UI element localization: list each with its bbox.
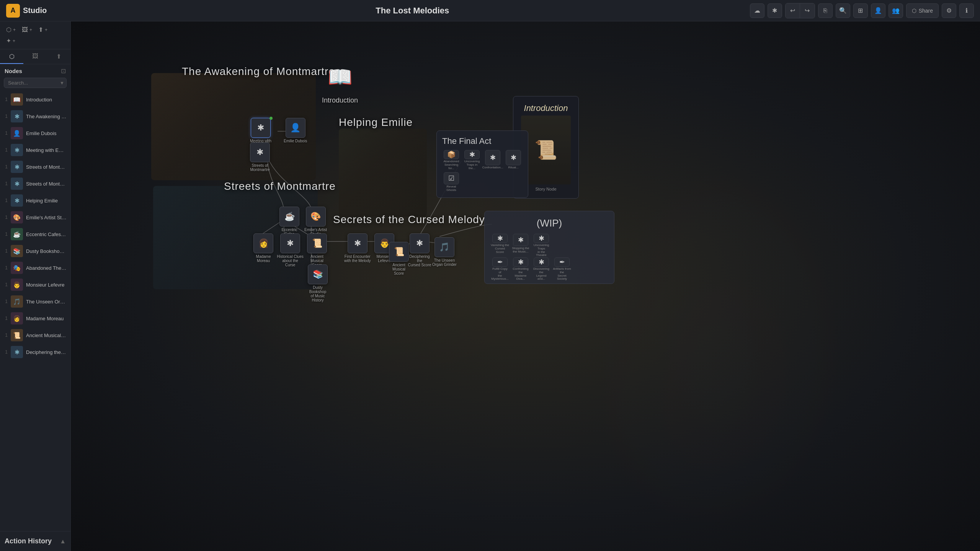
node-thumb-9: 📚: [11, 245, 23, 257]
final-icon-confrontation[interactable]: ✱ Confrontation...: [483, 150, 502, 170]
wip-icon-artifacts[interactable]: ✒ Artifacts from theSecret Society: [553, 258, 571, 277]
action-history-toggle[interactable]: ▲: [60, 538, 66, 545]
tab-media[interactable]: 🖼: [23, 49, 47, 64]
canvas-node-dusty[interactable]: 📚 Dusty Bookshopof Music History: [304, 264, 331, 302]
node-thumb-7: 🎨: [11, 211, 23, 223]
cluster-secrets-title: Secrets of the Cursed Melody: [333, 214, 485, 226]
node-num-10: 1: [4, 265, 8, 271]
canvas-node-artist[interactable]: 🎨 Emilie's ArtistStudio: [304, 207, 327, 236]
settings-button[interactable]: ⚙: [942, 3, 956, 18]
node-label-1: The Awakening of...: [26, 114, 67, 119]
node-num-12: 1: [4, 299, 8, 304]
node-item-8[interactable]: 1 ☕ Eccentric Cafes and...: [0, 226, 70, 243]
node-add-button[interactable]: ✦ +: [5, 36, 17, 45]
canvas-node-first-enc[interactable]: ✱ First Encounterwith the Melody: [344, 233, 371, 263]
node-item-4[interactable]: 1 ✱ Streets of Montmartre: [0, 158, 70, 175]
node-item-6[interactable]: 1 ✱ Helping Emilie: [0, 192, 70, 209]
wip-icon-discovering[interactable]: ✱ Discovering theLegend and...: [532, 258, 550, 277]
grid-view-button[interactable]: ⊞: [853, 3, 868, 18]
node-item-12[interactable]: 1 🎵 The Unseen Organ...: [0, 293, 70, 310]
wip-icon-fulfill[interactable]: ✒ Fulfill Copy ofthe Mysterious...: [491, 258, 509, 277]
node-item-7[interactable]: 1 🎨 Emilie's Artist Studio: [0, 209, 70, 226]
copy-button[interactable]: ⎘: [818, 3, 833, 18]
ritual-icon: ✱: [506, 150, 521, 165]
cloud-sync-button[interactable]: ☁: [750, 3, 764, 18]
first-enc-icon: ✱: [348, 233, 368, 253]
wip-icon-vanishing[interactable]: ✱ Vanishing theCursed Score: [491, 234, 509, 254]
node-item-1[interactable]: 1 ✱ The Awakening of...: [0, 108, 70, 125]
canvas-node-emilie[interactable]: 👤 Emilie Dubois: [284, 118, 307, 143]
organ-label: The UnseenOrgan Grinder: [432, 258, 457, 267]
search-input[interactable]: [4, 78, 67, 88]
node-num-14: 1: [4, 333, 8, 338]
node-num-6: 1: [4, 198, 8, 203]
node-item-14[interactable]: 1 📜 Ancient Musical Score: [0, 327, 70, 344]
node-item-9[interactable]: 1 📚 Dusty Bookshop of...: [0, 243, 70, 259]
node-num-7: 1: [4, 215, 8, 220]
canvas-node-madame[interactable]: 👩 Madame Moreau: [250, 233, 277, 263]
node-item-11[interactable]: 1 👨 Monsieur Lefevre: [0, 276, 70, 293]
intro-large-label: Introduction: [322, 96, 358, 104]
wip-icon-stopping[interactable]: ✱ Stopping thethe Music...: [511, 234, 530, 254]
final-icon-reveal[interactable]: ☑ Reveal Ghosts: [442, 172, 461, 192]
uncovering-icon: ✱: [464, 150, 480, 159]
search-button[interactable]: 🔍: [836, 3, 850, 18]
node-num-3: 1: [4, 147, 8, 153]
redo-button[interactable]: ↪: [800, 3, 815, 18]
canvas-node-historical[interactable]: ✱ Historical Cluesabout the Curse: [277, 233, 304, 267]
node-label-13: Madame Moreau: [26, 316, 67, 321]
users-button[interactable]: 👤: [871, 3, 885, 18]
wip-icon-confronting[interactable]: ✱ Confronting theMadame Diva...: [511, 258, 530, 277]
final-icon-uncovering[interactable]: ✱ UncoveringTraps in the...: [463, 150, 481, 170]
canvas-node-organ[interactable]: 🎵 The UnseenOrgan Grinder: [432, 237, 457, 267]
final-icon-ritual[interactable]: ✱ Ritual...: [504, 150, 523, 170]
node-item-0[interactable]: 1 📖 Introduction: [0, 91, 70, 108]
node-label-4: Streets of Montmartre: [26, 164, 67, 170]
info-button[interactable]: ℹ: [959, 3, 974, 18]
node-item-3[interactable]: 1 ✱ Meeting with Emilie: [0, 142, 70, 158]
cluster-awakening-title: The Awakening of Montmartre: [182, 65, 335, 78]
node-num-0: 1: [4, 97, 8, 102]
node-thumb-1: ✱: [11, 110, 23, 122]
tab-share[interactable]: ⬡: [0, 49, 23, 64]
node-item-15[interactable]: 1 ✱ Deciphering the Curs...: [0, 344, 70, 360]
final-act-title: The Final Act: [442, 136, 523, 146]
sidebar-toolbar: ⬡ + 🖼 + ⬆ + ✦ +: [0, 21, 70, 49]
share-add-button[interactable]: ⬡ +: [5, 25, 17, 34]
fulfill-icon: ✒: [492, 258, 508, 267]
node-thumb-12: 🎵: [11, 295, 23, 308]
intro-large-node[interactable]: 📖 Introduction: [322, 60, 358, 104]
upload-add-button[interactable]: ⬆ +: [37, 25, 49, 34]
share-label: Share: [919, 8, 933, 14]
media-add-button[interactable]: 🖼 +: [20, 26, 34, 34]
final-icon-abandoned[interactable]: 📦 AbandonedSearching for...: [442, 150, 461, 170]
canvas[interactable]: The Awakening of Montmartre Streets of M…: [71, 21, 980, 551]
undo-button[interactable]: ↩: [786, 3, 800, 18]
canvas-node-streets[interactable]: ✱ Streets ofMontmartre: [250, 142, 270, 172]
helping-scene-bg: [339, 129, 427, 217]
node-num-11: 1: [4, 282, 8, 287]
toolbar-row-1: ⬡ + 🖼 + ⬆ +: [5, 25, 66, 34]
canvas-node-score[interactable]: 📜 Ancient MusicalScore: [304, 233, 330, 267]
node-label-8: Eccentric Cafes and...: [26, 231, 67, 237]
node-item-5[interactable]: 1 ✱ Streets of Montmartre: [0, 175, 70, 192]
node-num-2: 1: [4, 130, 8, 136]
cluster-streets-title: Streets of Montmartre: [224, 180, 336, 192]
search-wrap: ▼: [0, 76, 70, 91]
share-button[interactable]: ⬡ Share: [906, 3, 939, 18]
wip-icon-uncovering-theatre[interactable]: ✱ Uncovering Trapsin the Theatre: [532, 234, 550, 254]
topbar: A Studio The Lost Melodies ☁ ✱ ↩ ↪ ⎘ 🔍 ⊞…: [0, 0, 980, 21]
add-user-button[interactable]: 👥: [889, 3, 903, 18]
stopping-icon: ✱: [513, 234, 528, 246]
reveal-icon: ☑: [444, 172, 459, 184]
madame-icon: 👩: [253, 233, 273, 253]
node-num-4: 1: [4, 164, 8, 170]
canvas-node-decipher[interactable]: ✱ Deciphering theCursed Score: [406, 233, 433, 267]
cursor-tool-button[interactable]: ✱: [768, 3, 782, 18]
node-item-10[interactable]: 1 🎭 Abandoned Theatre f...: [0, 259, 70, 276]
node-item-13[interactable]: 1 👩 Madame Moreau: [0, 310, 70, 327]
tab-upload[interactable]: ⬆: [47, 49, 70, 64]
sidebar: ⬡ + 🖼 + ⬆ + ✦ + ⬡ 🖼 ⬆ Nodes ⊡ ▼ 1 📖 In: [0, 21, 71, 551]
node-item-2[interactable]: 1 👤 Emilie Dubois: [0, 125, 70, 142]
nodes-options-icon[interactable]: ⊡: [61, 67, 66, 75]
